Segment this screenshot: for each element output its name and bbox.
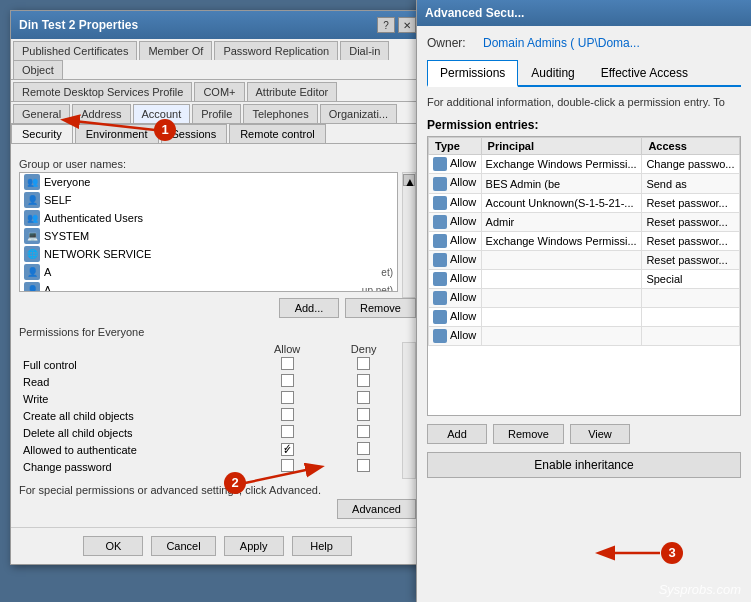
user-list[interactable]: 👥 Everyone 👤 SELF 👥 Authenticated Users … bbox=[19, 172, 398, 292]
deny-checkbox[interactable] bbox=[357, 459, 370, 472]
adv-view-button[interactable]: View bbox=[570, 424, 630, 444]
cancel-button[interactable]: Cancel bbox=[151, 536, 215, 556]
user-icon: 👤 bbox=[24, 264, 40, 280]
user-icon: 👤 bbox=[24, 192, 40, 208]
allow-checkbox[interactable] bbox=[281, 425, 294, 438]
tab-rdsp[interactable]: Remote Desktop Services Profile bbox=[13, 82, 192, 101]
adv-tab-auditing[interactable]: Auditing bbox=[518, 60, 587, 87]
entries-container[interactable]: Type Principal Access Allow Exchange Win… bbox=[427, 136, 741, 416]
tab-address[interactable]: Address bbox=[72, 104, 130, 123]
col-access: Access bbox=[642, 138, 740, 155]
allow-checkbox[interactable] bbox=[281, 459, 294, 472]
table-row[interactable]: Allow bbox=[429, 289, 740, 308]
tab-sessions[interactable]: Sessions bbox=[161, 124, 228, 143]
tab-telephones[interactable]: Telephones bbox=[243, 104, 317, 123]
list-item[interactable]: 👤A up.net) bbox=[20, 281, 397, 292]
tab-environment[interactable]: Environment bbox=[75, 124, 159, 143]
permissions-table: Allow Deny Full control Read bbox=[19, 342, 402, 475]
tab-remote-control[interactable]: Remote control bbox=[229, 124, 326, 143]
owner-label: Owner: bbox=[427, 36, 477, 50]
table-row[interactable]: Allow Exchange Windows Permissi... Reset… bbox=[429, 231, 740, 250]
scrollbar[interactable]: ▲ bbox=[402, 172, 416, 298]
deny-header: Deny bbox=[325, 342, 402, 356]
allow-checkbox[interactable] bbox=[281, 357, 294, 370]
deny-checkbox[interactable] bbox=[357, 391, 370, 404]
tab-attribute-editor[interactable]: Attribute Editor bbox=[247, 82, 338, 101]
adv-action-buttons: Add Remove View bbox=[427, 424, 741, 444]
col-type: Type bbox=[429, 138, 482, 155]
row-icon bbox=[433, 234, 447, 248]
adv-remove-button[interactable]: Remove bbox=[493, 424, 564, 444]
row-icon bbox=[433, 253, 447, 267]
deny-checkbox[interactable] bbox=[357, 408, 370, 421]
table-row[interactable]: Allow Reset passwor... bbox=[429, 250, 740, 269]
adv-add-button[interactable]: Add bbox=[427, 424, 487, 444]
advanced-titlebar: Advanced Secu... bbox=[417, 0, 751, 26]
table-row[interactable]: Allow bbox=[429, 327, 740, 346]
titlebar-buttons: ? ✕ bbox=[377, 17, 416, 33]
table-row[interactable]: Allow bbox=[429, 308, 740, 327]
advanced-title: Advanced Secu... bbox=[425, 6, 524, 20]
tab-row-3: General Address Account Profile Telephon… bbox=[11, 102, 424, 124]
tab-object[interactable]: Object bbox=[13, 60, 63, 79]
tab-row-1: Published Certificates Member Of Passwor… bbox=[11, 39, 424, 80]
tab-general[interactable]: General bbox=[13, 104, 70, 123]
adv-tab-row: Permissions Auditing Effective Access bbox=[427, 60, 741, 87]
allow-checkbox[interactable] bbox=[281, 408, 294, 421]
tab-account[interactable]: Account bbox=[133, 104, 191, 123]
special-note: For special permissions or advanced sett… bbox=[19, 483, 416, 497]
list-item[interactable]: 💻 SYSTEM bbox=[20, 227, 397, 245]
main-dialog: Din Test 2 Properties ? ✕ Published Cert… bbox=[10, 10, 425, 565]
close-btn[interactable]: ✕ bbox=[398, 17, 416, 33]
deny-checkbox[interactable] bbox=[357, 442, 370, 455]
table-row[interactable]: Allow Admir Reset passwor... bbox=[429, 212, 740, 231]
allow-checkbox[interactable] bbox=[281, 374, 294, 387]
tab-dial-in[interactable]: Dial-in bbox=[340, 41, 389, 60]
tab-com-plus[interactable]: COM+ bbox=[194, 82, 244, 101]
col-principal: Principal bbox=[481, 138, 642, 155]
deny-checkbox[interactable] bbox=[357, 357, 370, 370]
table-row[interactable]: Allow BES Admin (be Send as bbox=[429, 174, 740, 193]
row-icon bbox=[433, 291, 447, 305]
tab-security[interactable]: Security bbox=[11, 124, 73, 143]
tab-password-replication[interactable]: Password Replication bbox=[214, 41, 338, 60]
perm-label: Permissions for Everyone bbox=[19, 326, 416, 338]
advanced-dialog: Advanced Secu... Owner: Domain Admins ( … bbox=[416, 0, 751, 602]
list-item[interactable]: 👥 Everyone bbox=[20, 173, 397, 191]
tab-member-of[interactable]: Member Of bbox=[139, 41, 212, 60]
row-icon bbox=[433, 310, 447, 324]
ok-button[interactable]: OK bbox=[83, 536, 143, 556]
group-label: Group or user names: bbox=[19, 158, 416, 170]
allow-checkbox[interactable] bbox=[281, 391, 294, 404]
deny-checkbox[interactable] bbox=[357, 374, 370, 387]
tab-profile[interactable]: Profile bbox=[192, 104, 241, 123]
row-icon bbox=[433, 215, 447, 229]
table-row[interactable]: Allow Exchange Windows Permissi... Chang… bbox=[429, 155, 740, 174]
remove-button[interactable]: Remove bbox=[345, 298, 416, 318]
list-item[interactable]: 🌐 NETWORK SERVICE bbox=[20, 245, 397, 263]
tab-published-certs[interactable]: Published Certificates bbox=[13, 41, 137, 60]
perm-scrollbar[interactable] bbox=[402, 342, 416, 479]
list-item[interactable]: 👤 SELF bbox=[20, 191, 397, 209]
list-item[interactable]: 👥 Authenticated Users bbox=[20, 209, 397, 227]
allow-checkbox-checked[interactable]: ✓ bbox=[281, 443, 294, 456]
advanced-button[interactable]: Advanced bbox=[337, 499, 416, 519]
table-row: Read bbox=[19, 373, 402, 390]
add-button[interactable]: Add... bbox=[279, 298, 339, 318]
apply-button[interactable]: Apply bbox=[224, 536, 284, 556]
adv-tab-effective-access[interactable]: Effective Access bbox=[588, 60, 701, 87]
help-footer-button[interactable]: Help bbox=[292, 536, 352, 556]
table-row[interactable]: Allow Account Unknown(S-1-5-21-... Reset… bbox=[429, 193, 740, 212]
table-row[interactable]: Allow Special bbox=[429, 269, 740, 288]
row-icon bbox=[433, 177, 447, 191]
allow-header: Allow bbox=[249, 342, 326, 356]
adv-tab-permissions[interactable]: Permissions bbox=[427, 60, 518, 87]
help-btn[interactable]: ? bbox=[377, 17, 395, 33]
list-item[interactable]: 👤A et) bbox=[20, 263, 397, 281]
enable-inheritance-button[interactable]: Enable inheritance bbox=[427, 452, 741, 478]
table-row: Delete all child objects bbox=[19, 424, 402, 441]
main-titlebar: Din Test 2 Properties ? ✕ bbox=[11, 11, 424, 39]
deny-checkbox[interactable] bbox=[357, 425, 370, 438]
tab-organization[interactable]: Organizati... bbox=[320, 104, 397, 123]
row-icon bbox=[433, 329, 447, 343]
